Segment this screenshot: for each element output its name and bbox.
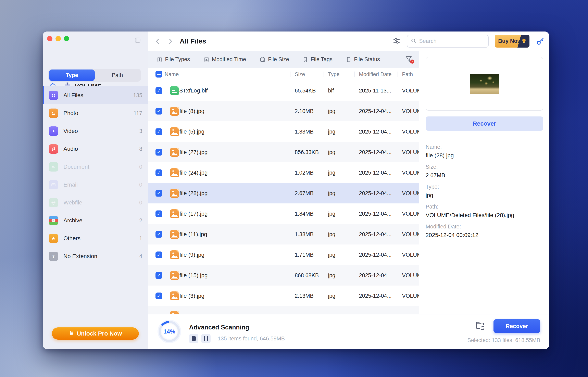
detail-value: VOLUME/Deleted Files/file (28).jpg [426,212,543,218]
table-row-selected[interactable]: file (28).jpg 2.67MB jpg 2025-12-04... V… [148,183,419,203]
scan-title: Advanced Scanning [189,324,249,331]
table-row[interactable]: $TxfLog.blf 65.54KB blf 2025-11-13... VO… [148,80,419,101]
app-window: VOLUME Type Path All Files 135 Photo 117 [43,32,549,349]
minimize-button[interactable] [56,36,61,41]
column-header-type[interactable]: Type [328,71,340,77]
column-header-size[interactable]: Size [295,71,305,77]
lock-icon [69,330,74,337]
column-header-name[interactable]: Name [165,71,179,77]
detail-label: Path: [426,203,543,210]
row-checkbox[interactable] [155,87,162,94]
sidebar-item-no-extension[interactable]: ? No Extension 4 [43,247,148,265]
gem-icon [520,38,528,45]
key-icon[interactable] [536,36,545,46]
table-row-partial[interactable] [148,306,419,314]
grid-icon [49,91,58,100]
buy-now-button[interactable]: Buy Now [495,35,529,47]
image-file-icon [170,107,179,116]
stop-scan-button[interactable] [189,334,198,343]
image-file-icon [170,189,179,198]
row-checkbox[interactable] [155,190,162,197]
view-mode-toggle: Type Path [48,69,141,82]
row-checkbox[interactable] [155,231,162,237]
category-list: All Files 135 Photo 117 Video 3 [43,86,148,265]
unlock-pro-button[interactable]: Unlock Pro Now [52,327,139,340]
table-row[interactable]: file (24).jpg 1.02MB jpg 2025-12-04... V… [148,162,419,183]
sidebar-item-photo[interactable]: Photo 117 [43,104,148,122]
detail-label: Type: [426,184,543,190]
back-button[interactable] [154,38,161,45]
table-row[interactable]: file (5).jpg 1.33MB jpg 2025-12-04... VO… [148,121,419,142]
forward-button[interactable] [167,38,174,45]
document-icon [49,162,58,172]
detail-label: Name: [426,144,543,150]
table-row[interactable]: file (3).jpg 2.13MB jpg 2025-12-04... VO… [148,285,419,306]
table-row[interactable]: file (8).jpg 2.10MB jpg 2025-12-04... VO… [148,101,419,121]
sidebar-item-email[interactable]: Email 0 [43,176,148,194]
row-checkbox[interactable] [155,210,162,217]
filter-settings-icon[interactable] [392,36,401,46]
image-file-icon [170,311,179,314]
table-row[interactable]: file (17).jpg 1.84MB jpg 2025-12-04... V… [148,203,419,224]
sidebar-item-video[interactable]: Video 3 [43,122,148,140]
main-area: All Files Buy Now [148,32,549,349]
table-row[interactable]: file (15).jpg 868.68KB jpg 2025-12-04...… [148,265,419,285]
table-row[interactable]: file (9).jpg 1.71MB jpg 2025-12-04... VO… [148,245,419,265]
image-file-icon [170,148,179,157]
filter-file-tags[interactable]: File Tags [302,56,332,63]
filter-bar: File Types Modified Time File Size File … [148,51,419,68]
image-file-icon [170,250,179,259]
detail-value: file (28).jpg [426,152,543,159]
search-box [407,35,489,47]
row-checkbox[interactable] [155,108,162,114]
row-checkbox[interactable] [155,169,162,176]
sidebar-toggle-icon[interactable] [134,37,141,43]
row-checkbox[interactable] [155,251,162,258]
pause-scan-button[interactable] [201,334,211,343]
sidebar-item-audio[interactable]: Audio 8 [43,140,148,158]
filter-reset-icon[interactable]: ✕ [405,55,413,64]
preview-thumbnail [470,74,499,94]
image-file-icon [170,230,179,239]
document-file-icon [170,86,179,95]
sidebar-item-archive[interactable]: Archive 2 [43,212,148,229]
table-row[interactable]: file (11).jpg 1.38MB jpg 2025-12-04... V… [148,224,419,245]
file-status-icon [346,56,352,63]
search-input[interactable] [419,38,485,44]
column-header-modified[interactable]: Modified Date [359,71,391,77]
recovery-folder-icon[interactable] [475,321,485,330]
filter-modified-time[interactable]: Modified Time [203,56,246,63]
sidebar-item-others[interactable]: Others 1 [43,229,148,247]
column-header-path[interactable]: Path [402,71,413,77]
recover-button-main[interactable]: Recover [494,319,540,333]
row-checkbox[interactable] [155,293,162,299]
file-details: Name: file (28).jpg Size: 2.67MB Type: j… [426,144,543,238]
sidebar-item-all-files[interactable]: All Files 135 [43,86,148,104]
zoom-button[interactable] [64,36,69,41]
row-checkbox[interactable] [155,149,162,155]
selection-summary: Selected: 133 files, 618.55MB [467,337,540,343]
sidebar-item-webfile[interactable]: Webfile 0 [43,194,148,212]
image-file-icon [170,168,179,177]
image-file-icon [170,271,179,280]
file-table: $TxfLog.blf 65.54KB blf 2025-11-13... VO… [148,80,419,314]
filter-file-status[interactable]: File Status [346,56,380,63]
detail-value: 2.67MB [426,172,543,179]
scan-progress-ring: 14% [159,321,180,342]
toolbar: All Files Buy Now [148,32,549,51]
filter-file-types[interactable]: File Types [156,56,190,63]
detail-label: Size: [426,164,543,170]
page-title: All Files [180,37,206,45]
row-checkbox[interactable] [155,272,162,279]
filter-file-size[interactable]: File Size [259,56,289,63]
email-icon [49,180,58,189]
close-button[interactable] [47,36,52,41]
row-checkbox[interactable] [155,128,162,135]
table-row[interactable]: file (27).jpg 856.33KB jpg 2025-12-04...… [148,142,419,162]
tab-path[interactable]: Path [95,70,140,81]
sidebar-item-document[interactable]: Document 0 [43,158,148,176]
recover-button-panel[interactable]: Recover [426,117,543,131]
status-bar: 14% Advanced Scanning 135 items found, 6… [148,314,549,349]
tab-type[interactable]: Type [49,70,95,81]
select-all-checkbox[interactable] [155,71,162,77]
